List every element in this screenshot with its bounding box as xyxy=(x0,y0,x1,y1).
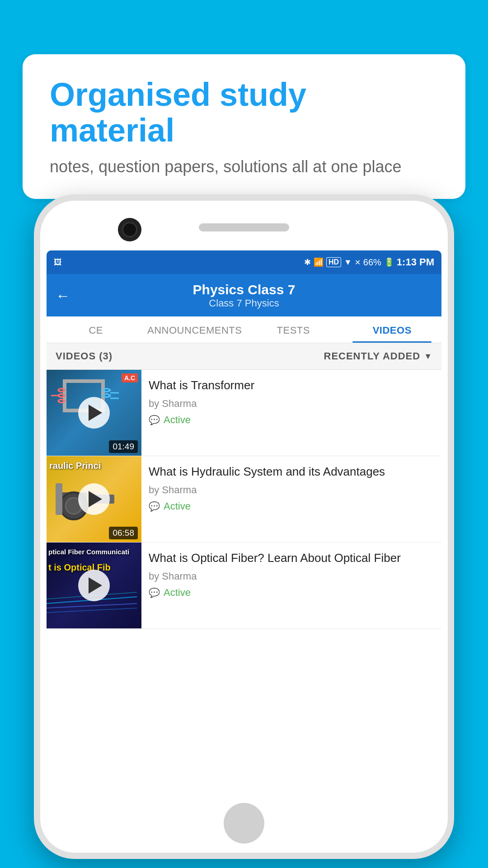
phone-outer: 🖼 ✱ 📶 HD ▼ ✕ 66% 🔋 1:13 PM ← xyxy=(34,194,454,859)
video-title-1: What is Transformer xyxy=(149,378,434,393)
app-title: Physics Class 7 xyxy=(79,282,409,297)
video-info-1: What is Transformer by Sharma 💬 Active xyxy=(141,370,441,456)
svg-rect-8 xyxy=(56,483,62,515)
video-thumbnail-3: ptical Fiber Communicati t is Optical Fi… xyxy=(47,542,141,628)
chat-icon-1: 💬 xyxy=(149,415,160,425)
video-info-3: What is Optical Fiber? Learn About Optic… xyxy=(141,542,441,628)
play-button-2[interactable] xyxy=(78,483,110,515)
video-duration-1: 01:49 xyxy=(109,440,138,453)
app-subtitle: Class 7 Physics xyxy=(79,297,409,309)
play-icon-3 xyxy=(89,577,102,594)
status-text-1: Active xyxy=(164,414,191,426)
status-left: 🖼 xyxy=(54,258,62,267)
chevron-down-icon: ▼ xyxy=(424,352,432,361)
video-title-2: What is Hydraulic System and its Advanta… xyxy=(149,464,434,480)
video-status-2: 💬 Active xyxy=(149,500,434,512)
list-item[interactable]: A.C xyxy=(47,370,441,456)
list-item[interactable]: raulic Princi xyxy=(47,456,441,542)
phone-screen: 🖼 ✱ 📶 HD ▼ ✕ 66% 🔋 1:13 PM ← xyxy=(47,250,441,794)
sort-label: RECENTLY ADDED xyxy=(324,350,421,362)
videos-count: VIDEOS (3) xyxy=(56,350,113,362)
speech-bubble: Organised study material notes, question… xyxy=(23,54,465,199)
video-author-2: by Sharma xyxy=(149,484,434,496)
tab-videos[interactable]: VIDEOS xyxy=(343,316,442,343)
home-button[interactable] xyxy=(224,803,264,844)
hd-badge: HD xyxy=(326,257,341,267)
tab-tests[interactable]: TESTS xyxy=(244,316,343,343)
status-text-3: Active xyxy=(164,587,191,599)
tab-announcements[interactable]: ANNOUNCEMENTS xyxy=(145,316,244,343)
wifi-icon: ▼ xyxy=(344,258,352,267)
video-list: A.C xyxy=(47,370,441,629)
sort-button[interactable]: RECENTLY ADDED ▼ xyxy=(324,350,433,362)
battery-icon: 🔋 xyxy=(384,257,394,267)
video-status-1: 💬 Active xyxy=(149,414,434,426)
svg-line-10 xyxy=(47,604,137,608)
play-button-1[interactable] xyxy=(78,397,110,429)
video-author-3: by Sharma xyxy=(149,571,434,582)
video-status-3: 💬 Active xyxy=(149,587,434,599)
network-icon: ✕ xyxy=(355,258,361,267)
camera-icon xyxy=(118,218,141,241)
video-thumbnail-1: A.C xyxy=(47,370,141,456)
status-bar: 🖼 ✱ 📶 HD ▼ ✕ 66% 🔋 1:13 PM xyxy=(47,250,441,274)
video-info-2: What is Hydraulic System and its Advanta… xyxy=(141,456,441,542)
back-button[interactable]: ← xyxy=(56,288,70,304)
signal-icon: 📶 xyxy=(314,257,324,267)
app-bar-title-group: Physics Class 7 Class 7 Physics xyxy=(79,282,409,309)
svg-line-12 xyxy=(47,608,137,613)
play-icon-2 xyxy=(89,491,102,507)
speaker-icon xyxy=(199,223,289,231)
videos-header: VIDEOS (3) RECENTLY ADDED ▼ xyxy=(47,343,441,370)
tabs-bar: CE ANNOUNCEMENTS TESTS VIDEOS xyxy=(47,316,441,343)
bluetooth-icon: ✱ xyxy=(304,257,311,267)
play-icon-1 xyxy=(89,405,102,421)
video-duration-2: 06:58 xyxy=(109,527,138,539)
video-title-3: What is Optical Fiber? Learn About Optic… xyxy=(149,551,434,566)
video-author-1: by Sharma xyxy=(149,398,434,410)
list-item[interactable]: ptical Fiber Communicati t is Optical Fi… xyxy=(47,542,441,629)
tab-ce[interactable]: CE xyxy=(47,316,145,343)
play-button-3[interactable] xyxy=(78,570,110,601)
phone-container: 🖼 ✱ 📶 HD ▼ ✕ 66% 🔋 1:13 PM ← xyxy=(34,194,454,859)
video-thumbnail-2: raulic Princi xyxy=(47,456,141,542)
fiber-thumb-label-1: ptical Fiber Communicati xyxy=(48,548,140,556)
phone-inner: 🖼 ✱ 📶 HD ▼ ✕ 66% 🔋 1:13 PM ← xyxy=(40,201,448,853)
chat-icon-3: 💬 xyxy=(149,587,160,598)
clock: 1:13 PM xyxy=(397,256,434,268)
photo-icon: 🖼 xyxy=(54,258,62,267)
bubble-subtitle: notes, question papers, solutions all at… xyxy=(50,157,438,176)
app-bar: ← Physics Class 7 Class 7 Physics xyxy=(47,274,441,316)
bubble-title: Organised study material xyxy=(50,77,438,148)
status-text-2: Active xyxy=(164,500,191,512)
battery-percent: 66% xyxy=(363,257,381,268)
status-right: ✱ 📶 HD ▼ ✕ 66% 🔋 1:13 PM xyxy=(304,256,434,268)
chat-icon-2: 💬 xyxy=(149,501,160,512)
